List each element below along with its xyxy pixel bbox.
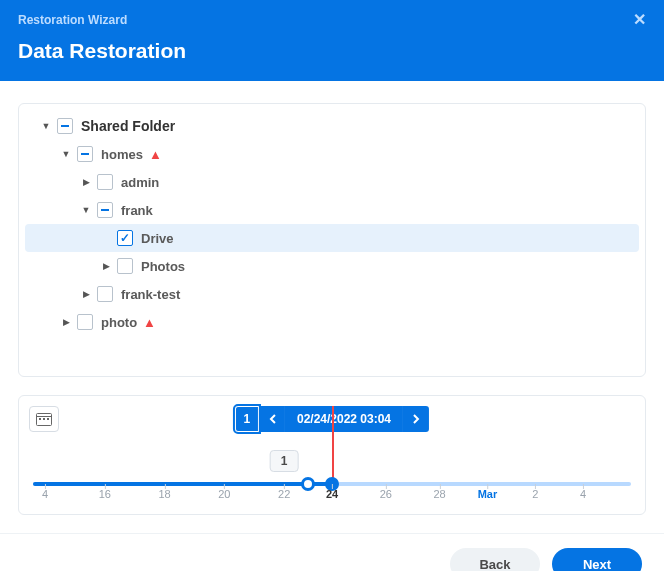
tree-node-shared-folder[interactable]: ▼ Shared Folder [25, 112, 639, 140]
checkbox-admin[interactable] [97, 174, 113, 190]
node-label: admin [121, 175, 159, 190]
next-snapshot-button[interactable] [403, 406, 429, 432]
node-label: frank-test [121, 287, 180, 302]
timeline-tick: 24 [326, 488, 338, 500]
page-title: Data Restoration [18, 39, 646, 63]
timeline-panel: 1 02/24/2022 03:04 1 416182022242628Mar2… [18, 395, 646, 515]
timeline-tick: 20 [218, 488, 230, 500]
chevron-right-icon[interactable]: ▶ [79, 289, 93, 299]
node-label: Shared Folder [81, 118, 175, 134]
snapshot-count-badge: 1 [235, 406, 259, 432]
checkbox-photos[interactable] [117, 258, 133, 274]
selected-datetime: 02/24/2022 03:04 [285, 406, 403, 432]
timeline-tick: 18 [158, 488, 170, 500]
timeline-tick: 28 [434, 488, 446, 500]
window-title: Restoration Wizard [18, 13, 127, 27]
timeline-tick: 4 [580, 488, 586, 500]
checkbox-drive[interactable] [117, 230, 133, 246]
tree-node-photos[interactable]: ▶ Photos [25, 252, 639, 280]
chevron-right-icon[interactable]: ▶ [79, 177, 93, 187]
tree-node-frank-test[interactable]: ▶ frank-test [25, 280, 639, 308]
tree-node-admin[interactable]: ▶ admin [25, 168, 639, 196]
tree-node-homes[interactable]: ▼ homes ▲ [25, 140, 639, 168]
checkbox-frank[interactable] [97, 202, 113, 218]
snapshot-marker-badge: 1 [270, 450, 299, 472]
calendar-icon [36, 412, 52, 426]
timeline-tick: 2 [532, 488, 538, 500]
prev-snapshot-button[interactable] [259, 406, 285, 432]
checkbox-frank-test[interactable] [97, 286, 113, 302]
node-label: homes [101, 147, 143, 162]
node-label: Drive [141, 231, 174, 246]
timeline-tick: 26 [380, 488, 392, 500]
checkbox-homes[interactable] [77, 146, 93, 162]
timeline-ticks: 416182022242628Mar24 [33, 488, 631, 510]
timeline-tick: Mar [478, 488, 498, 500]
timeline-tick: 16 [99, 488, 111, 500]
tree-node-photo[interactable]: ▶ photo ▲ [25, 308, 639, 336]
chevron-right-icon [413, 414, 420, 424]
close-icon[interactable]: ✕ [633, 10, 646, 29]
folder-tree: ▼ Shared Folder ▼ homes ▲ ▶ admin ▼ fran… [18, 103, 646, 377]
tree-node-drive[interactable]: Drive [25, 224, 639, 252]
svg-rect-4 [47, 418, 49, 420]
svg-rect-2 [39, 418, 41, 420]
node-label: Photos [141, 259, 185, 274]
tree-node-frank[interactable]: ▼ frank [25, 196, 639, 224]
chevron-right-icon[interactable]: ▶ [99, 261, 113, 271]
chevron-down-icon[interactable]: ▼ [39, 121, 53, 131]
svg-rect-3 [43, 418, 45, 420]
node-label: photo [101, 315, 137, 330]
warning-icon: ▲ [143, 315, 156, 330]
checkbox-photo[interactable] [77, 314, 93, 330]
checkbox-shared-folder[interactable] [57, 118, 73, 134]
node-label: frank [121, 203, 153, 218]
timeline-tick: 22 [278, 488, 290, 500]
next-button[interactable]: Next [552, 548, 642, 571]
chevron-right-icon[interactable]: ▶ [59, 317, 73, 327]
chevron-left-icon [268, 414, 275, 424]
timeline-tick: 4 [42, 488, 48, 500]
chevron-down-icon[interactable]: ▼ [79, 205, 93, 215]
warning-icon: ▲ [149, 147, 162, 162]
chevron-down-icon[interactable]: ▼ [59, 149, 73, 159]
back-button[interactable]: Back [450, 548, 540, 571]
calendar-button[interactable] [29, 406, 59, 432]
